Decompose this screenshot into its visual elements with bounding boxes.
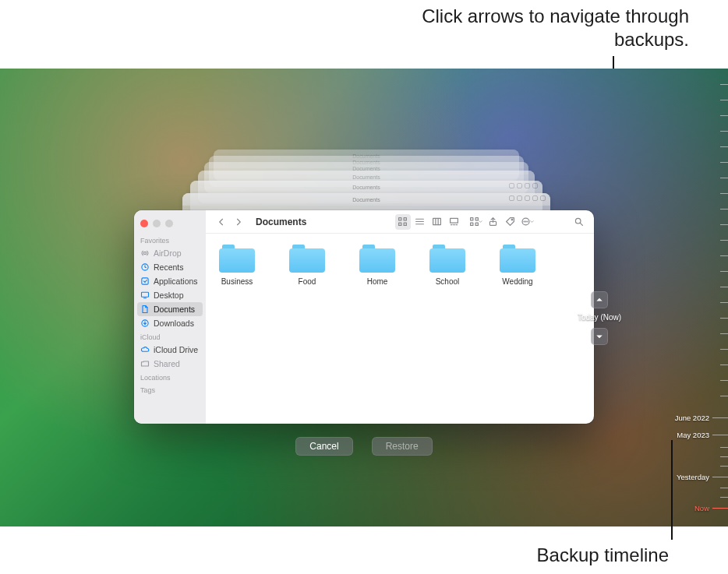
sidebar-item-label: Applications	[154, 276, 198, 286]
folder-icon	[359, 245, 395, 273]
sidebar-header-tags: Tags	[134, 383, 206, 396]
callout-navigate-arrows: Click arrows to navigate through backups…	[362, 5, 689, 51]
cloud-icon	[140, 345, 150, 354]
finder-sidebar: Favorites AirDrop Recents Applications D…	[134, 210, 206, 424]
share-button[interactable]	[486, 214, 501, 230]
backup-timeline[interactable]: June 2022 May 2023 Yesterday Now	[705, 69, 728, 526]
svg-rect-13	[470, 223, 472, 225]
search-button[interactable]	[571, 214, 586, 230]
finder-content[interactable]: Business Food Home School Wedding	[206, 234, 594, 424]
svg-point-16	[511, 219, 513, 220]
sidebar-item-documents[interactable]: Documents	[137, 302, 203, 316]
forward-button[interactable]	[231, 214, 246, 230]
sidebar-item-label: Recents	[154, 262, 184, 272]
folder-label: Food	[284, 277, 330, 286]
sidebar-item-shared[interactable]: Shared	[134, 357, 206, 371]
minimize-icon	[153, 220, 161, 227]
sidebar-item-downloads[interactable]: Downloads	[134, 316, 206, 330]
svg-point-0	[143, 252, 146, 254]
view-columns-button[interactable]	[429, 214, 445, 230]
cancel-button[interactable]: Cancel	[295, 437, 352, 456]
finder-title: Documents	[256, 217, 306, 227]
timeline-label: May 2023	[677, 431, 709, 439]
group-by-button[interactable]	[468, 214, 484, 230]
tags-button[interactable]	[503, 214, 518, 230]
close-icon[interactable]	[140, 220, 148, 227]
sidebar-item-label: Desktop	[154, 291, 184, 300]
view-list-button[interactable]	[412, 214, 428, 230]
svg-rect-5	[399, 218, 401, 220]
sidebar-header-icloud: iCloud	[134, 330, 206, 343]
svg-rect-9	[433, 218, 441, 224]
svg-rect-6	[404, 218, 406, 220]
applications-icon	[140, 276, 150, 286]
time-machine-action-bar: Cancel Restore	[134, 432, 594, 460]
svg-rect-2	[142, 278, 148, 284]
folder-item[interactable]: Wedding	[494, 245, 541, 286]
current-backup-label: Today (Now)	[568, 313, 631, 322]
timeline-label: June 2022	[675, 414, 709, 422]
time-machine-desktop: Documents Documents Documents Documents …	[0, 69, 728, 526]
callout-backup-timeline: Backup timeline	[537, 544, 669, 566]
folder-label: School	[424, 277, 471, 286]
finder-window: Favorites AirDrop Recents Applications D…	[134, 210, 594, 424]
sidebar-item-recents[interactable]: Recents	[134, 260, 206, 274]
svg-point-20	[527, 221, 528, 222]
timeline-label: Yesterday	[677, 473, 709, 481]
sidebar-item-icloud-drive[interactable]: iCloud Drive	[134, 343, 206, 357]
sidebar-item-applications[interactable]: Applications	[134, 274, 206, 288]
sidebar-item-label: Downloads	[154, 319, 194, 328]
svg-rect-7	[399, 223, 401, 225]
sidebar-header-locations: Locations	[134, 371, 206, 383]
folder-item[interactable]: Home	[354, 245, 401, 286]
sidebar-header-favorites: Favorites	[134, 234, 206, 246]
folder-item[interactable]: School	[424, 245, 471, 286]
svg-rect-8	[404, 223, 406, 225]
nav-later-button[interactable]	[591, 328, 608, 345]
timeline-label-now: Now	[694, 504, 709, 512]
zoom-icon	[165, 220, 173, 227]
view-icons-button[interactable]	[395, 214, 411, 230]
folder-item[interactable]: Food	[284, 245, 330, 286]
svg-point-19	[525, 221, 526, 222]
folder-label: Business	[214, 277, 260, 286]
view-mode-group	[395, 214, 462, 230]
folder-icon	[289, 245, 325, 273]
chevron-down-icon	[595, 332, 604, 341]
clock-icon	[140, 262, 150, 272]
sidebar-item-airdrop[interactable]: AirDrop	[134, 246, 206, 260]
finder-toolbar: Documents	[206, 210, 594, 234]
folder-item[interactable]: Business	[214, 245, 260, 286]
svg-point-18	[524, 221, 525, 222]
sidebar-item-label: AirDrop	[154, 248, 182, 258]
shared-folder-icon	[140, 359, 150, 368]
svg-rect-10	[451, 218, 458, 223]
svg-rect-3	[142, 292, 149, 297]
airdrop-icon	[140, 248, 150, 258]
sidebar-item-label: Shared	[154, 359, 180, 368]
folder-icon	[500, 245, 535, 273]
time-machine-nav: Today (Now)	[568, 291, 631, 350]
actions-button[interactable]	[520, 214, 535, 230]
folder-icon	[429, 245, 465, 273]
sidebar-item-label: Documents	[154, 305, 195, 314]
leader-line-bottom	[671, 440, 673, 540]
svg-rect-11	[470, 218, 472, 220]
desktop-icon	[140, 291, 150, 300]
folder-icon	[219, 245, 255, 273]
chevron-up-icon	[595, 295, 604, 305]
folder-label: Wedding	[494, 277, 541, 286]
sidebar-item-desktop[interactable]: Desktop	[134, 288, 206, 302]
restore-button: Restore	[372, 437, 433, 456]
downloads-icon	[140, 319, 150, 328]
document-icon	[140, 305, 150, 314]
nav-earlier-button[interactable]	[591, 291, 608, 308]
window-traffic-lights[interactable]	[134, 217, 206, 234]
folder-label: Home	[354, 277, 401, 286]
finder-main: Documents	[206, 210, 594, 424]
back-button[interactable]	[214, 214, 229, 230]
sidebar-item-label: iCloud Drive	[154, 345, 198, 354]
view-gallery-button[interactable]	[447, 214, 462, 230]
